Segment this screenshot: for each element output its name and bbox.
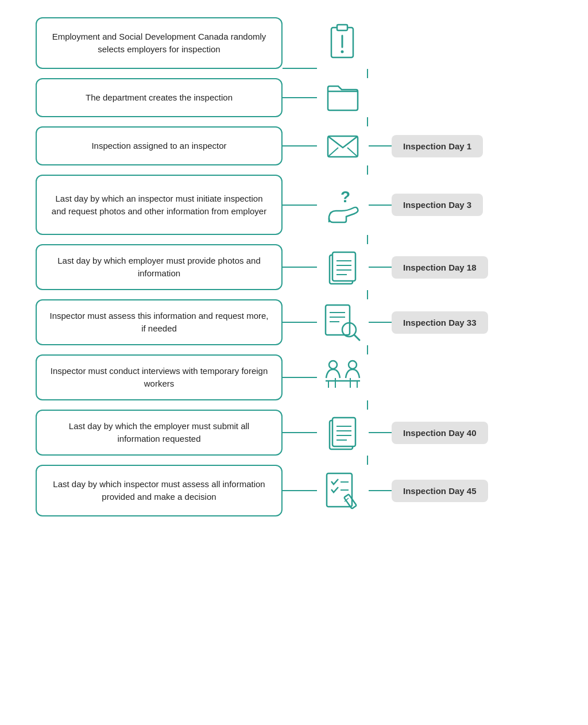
step-submit-hline bbox=[283, 432, 317, 433]
step-decision-hline bbox=[283, 490, 317, 491]
step-creates-text: The department creates the inspection bbox=[36, 78, 283, 117]
step-decision-text: Last day by which inspector must assess … bbox=[36, 465, 283, 516]
step-assigned: Inspection assigned to an inspector Insp… bbox=[36, 126, 552, 165]
step-submit: Last day by which the employer must subm… bbox=[36, 410, 552, 456]
step-photos: Last day by which employer must provide … bbox=[36, 244, 552, 290]
step-interviews-hline2 bbox=[369, 377, 392, 378]
step-initiate-day: Inspection Day 3 bbox=[392, 194, 483, 216]
step-interviews: Inspector must conduct interviews with t… bbox=[36, 354, 552, 400]
step-interviews-text: Inspector must conduct interviews with t… bbox=[36, 354, 283, 400]
svg-rect-1 bbox=[337, 25, 347, 30]
svg-line-21 bbox=[354, 335, 359, 340]
step-submit-text: Last day by which the employer must subm… bbox=[36, 410, 283, 456]
step-assess-hline2 bbox=[369, 322, 392, 323]
step-photos-icon bbox=[317, 244, 369, 290]
step-submit-icon bbox=[317, 410, 369, 456]
svg-point-23 bbox=[349, 361, 357, 369]
svg-rect-11 bbox=[332, 252, 355, 281]
step-photos-day: Inspection Day 18 bbox=[392, 256, 488, 279]
step-initiate: Last day by which an inspector must init… bbox=[36, 175, 552, 235]
step-initiate-hline2 bbox=[369, 205, 392, 206]
svg-text:?: ? bbox=[341, 188, 350, 206]
step-submit-hline2 bbox=[369, 432, 392, 433]
step-creates-hline2 bbox=[369, 97, 392, 98]
step-decision-icon bbox=[317, 465, 369, 516]
step-initiate-icon: ? bbox=[317, 175, 369, 235]
step-photos-hline bbox=[283, 267, 317, 268]
svg-line-6 bbox=[328, 148, 338, 157]
step-assess: Inspector must assess this information a… bbox=[36, 299, 552, 345]
step-submit-day: Inspection Day 40 bbox=[392, 422, 488, 444]
step-decision-hline2 bbox=[369, 490, 392, 491]
svg-point-3 bbox=[341, 51, 344, 53]
step-decision: Last day by which inspector must assess … bbox=[36, 465, 552, 516]
step-initiate-text: Last day by which an inspector must init… bbox=[36, 175, 283, 235]
step-intro-hline2 bbox=[369, 68, 392, 69]
step-assess-hline bbox=[283, 322, 317, 323]
svg-point-22 bbox=[329, 361, 337, 369]
step-intro-hline bbox=[283, 68, 317, 69]
step-initiate-hline bbox=[283, 205, 317, 206]
step-creates-hline bbox=[283, 97, 317, 98]
step-intro-icon bbox=[317, 17, 369, 69]
step-assigned-icon bbox=[317, 126, 369, 165]
step-intro: Employment and Social Development Canada… bbox=[36, 17, 552, 69]
step-photos-hline2 bbox=[369, 267, 392, 268]
step-assigned-hline2 bbox=[369, 145, 392, 146]
step-intro-text: Employment and Social Development Canada… bbox=[36, 17, 283, 69]
step-creates: The department creates the inspection bbox=[36, 78, 552, 117]
step-assess-day: Inspection Day 33 bbox=[392, 311, 488, 334]
step-decision-day: Inspection Day 45 bbox=[392, 480, 488, 502]
step-assess-icon bbox=[317, 299, 369, 345]
diagram: Employment and Social Development Canada… bbox=[36, 17, 552, 516]
svg-line-7 bbox=[347, 148, 358, 157]
svg-rect-16 bbox=[326, 305, 350, 335]
step-interviews-icon bbox=[317, 354, 369, 400]
step-interviews-hline bbox=[283, 377, 317, 378]
step-assigned-text: Inspection assigned to an inspector bbox=[36, 126, 283, 165]
step-assigned-hline bbox=[283, 145, 317, 146]
step-creates-icon bbox=[317, 78, 369, 117]
svg-rect-30 bbox=[332, 418, 355, 446]
step-assess-text: Inspector must assess this information a… bbox=[36, 299, 283, 345]
step-photos-text: Last day by which employer must provide … bbox=[36, 244, 283, 290]
step-assigned-day: Inspection Day 1 bbox=[392, 135, 483, 157]
